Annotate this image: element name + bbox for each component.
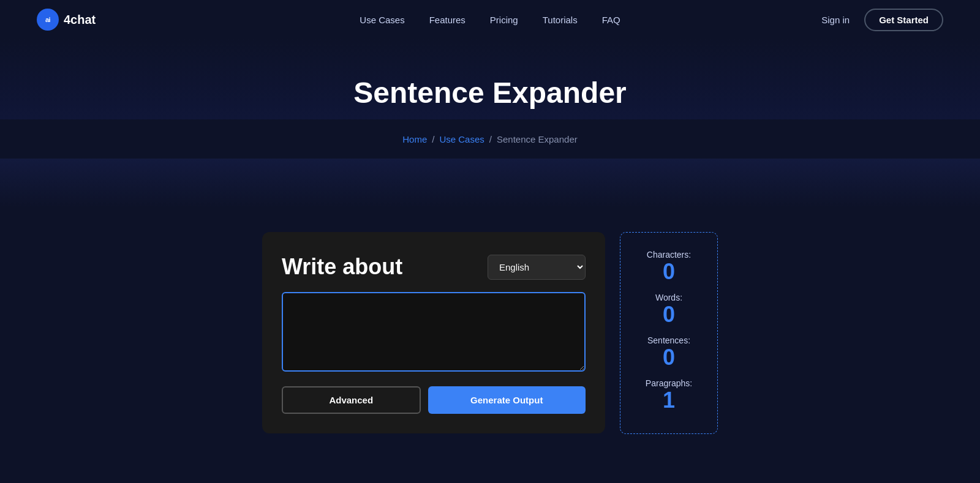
generate-output-button[interactable]: Generate Output bbox=[428, 386, 586, 414]
sentences-stat: Sentences: 0 bbox=[647, 335, 690, 369]
stats-card: Characters: 0 Words: 0 Sentences: 0 Para… bbox=[620, 232, 718, 434]
page-title: Sentence Expander bbox=[0, 76, 980, 110]
breadcrumb-home[interactable]: Home bbox=[402, 134, 427, 144]
hero-section: Sentence Expander Home / Use Cases / Sen… bbox=[0, 39, 980, 208]
navigation: ai 4chat Use Cases Features Pricing Tuto… bbox=[0, 0, 980, 39]
sentences-label: Sentences: bbox=[647, 335, 690, 345]
nav-faq[interactable]: FAQ bbox=[602, 15, 620, 25]
write-about-title: Write about bbox=[282, 254, 402, 280]
paragraphs-label: Paragraphs: bbox=[646, 378, 692, 388]
nav-links: Use Cases Features Pricing Tutorials FAQ bbox=[360, 15, 620, 25]
characters-stat: Characters: 0 bbox=[647, 250, 691, 283]
paragraphs-stat: Paragraphs: 1 bbox=[646, 378, 692, 411]
logo-text: 4chat bbox=[64, 13, 96, 27]
advanced-button[interactable]: Advanced bbox=[282, 386, 421, 414]
breadcrumb-use-cases[interactable]: Use Cases bbox=[439, 134, 484, 144]
sign-in-link[interactable]: Sign in bbox=[821, 15, 850, 25]
breadcrumb-sep-2: / bbox=[489, 134, 492, 144]
language-select[interactable]: English Spanish French German Italian Po… bbox=[488, 255, 586, 280]
characters-label: Characters: bbox=[647, 250, 691, 260]
breadcrumb-current: Sentence Expander bbox=[497, 134, 578, 144]
words-value: 0 bbox=[655, 304, 682, 326]
paragraphs-value: 1 bbox=[646, 389, 692, 411]
nav-pricing[interactable]: Pricing bbox=[490, 15, 518, 25]
logo[interactable]: ai 4chat bbox=[37, 9, 96, 31]
sentences-value: 0 bbox=[647, 346, 690, 369]
characters-value: 0 bbox=[647, 261, 691, 283]
logo-badge: ai bbox=[37, 9, 59, 31]
words-stat: Words: 0 bbox=[655, 293, 682, 326]
nav-features[interactable]: Features bbox=[429, 15, 466, 25]
breadcrumb-sep-1: / bbox=[432, 134, 434, 144]
tool-card-header: Write about English Spanish French Germa… bbox=[282, 254, 586, 280]
words-label: Words: bbox=[655, 293, 682, 302]
breadcrumb: Home / Use Cases / Sentence Expander bbox=[0, 119, 980, 159]
tool-actions: Advanced Generate Output bbox=[282, 386, 586, 414]
nav-actions: Sign in Get Started bbox=[821, 9, 943, 31]
get-started-button[interactable]: Get Started bbox=[864, 9, 943, 31]
nav-use-cases[interactable]: Use Cases bbox=[360, 15, 404, 25]
tool-card: Write about English Spanish French Germa… bbox=[262, 232, 605, 433]
main-content: Write about English Spanish French Germa… bbox=[0, 208, 980, 483]
content-textarea[interactable] bbox=[282, 292, 586, 372]
nav-tutorials[interactable]: Tutorials bbox=[543, 15, 578, 25]
